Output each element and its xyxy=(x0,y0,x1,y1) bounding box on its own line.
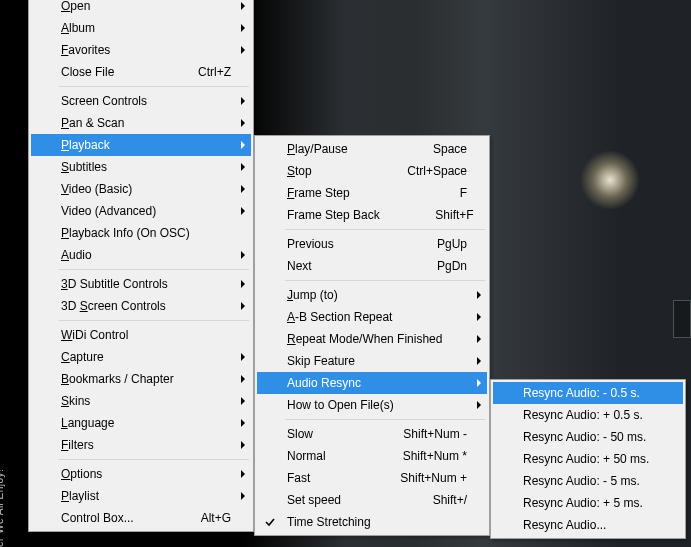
menu-item-skins[interactable]: Skins xyxy=(31,390,251,412)
video-light-glow xyxy=(580,150,640,210)
menu-item-stop[interactable]: Stop Ctrl+Space xyxy=(257,160,487,182)
submenu-arrow-icon xyxy=(241,2,245,10)
submenu-arrow-icon xyxy=(241,119,245,127)
menu-item-frame-step[interactable]: Frame Step F xyxy=(257,182,487,204)
submenu-arrow-icon xyxy=(477,313,481,321)
menu-item-slow[interactable]: Slow Shift+Num - xyxy=(257,423,487,445)
submenu-arrow-icon xyxy=(241,163,245,171)
menu-item-next[interactable]: Next PgDn xyxy=(257,255,487,277)
submenu-arrow-icon xyxy=(477,401,481,409)
menu-item-widi[interactable]: WiDi Control xyxy=(31,324,251,346)
menu-item-time-stretching[interactable]: Time Stretching xyxy=(257,511,487,533)
menu-item-jump-to[interactable]: Jump (to) xyxy=(257,284,487,306)
menu-item-language[interactable]: Language xyxy=(31,412,251,434)
submenu-arrow-icon xyxy=(241,280,245,288)
sidebar-caption: er We All Enjoy! xyxy=(0,469,5,547)
menu-item-playback-info[interactable]: Playback Info (On OSC) Tab xyxy=(31,222,251,244)
submenu-arrow-icon xyxy=(241,97,245,105)
menu-item-set-speed[interactable]: Set speed Shift+/ xyxy=(257,489,487,511)
submenu-arrow-icon xyxy=(241,419,245,427)
check-icon xyxy=(265,517,275,527)
menu-item-pan-scan[interactable]: Pan & Scan xyxy=(31,112,251,134)
submenu-arrow-icon xyxy=(241,185,245,193)
submenu-playback: Play/Pause Space Stop Ctrl+Space Frame S… xyxy=(254,135,490,536)
menu-item-open[interactable]: Open xyxy=(31,0,251,17)
menu-item-resync-minus-05s[interactable]: Resync Audio: - 0.5 s. xyxy=(493,382,683,404)
submenu-arrow-icon xyxy=(477,335,481,343)
menu-item-playlist[interactable]: Playlist xyxy=(31,485,251,507)
menu-separator xyxy=(59,459,249,460)
menu-item-audio[interactable]: Audio xyxy=(31,244,251,266)
menu-item-subtitles[interactable]: Subtitles xyxy=(31,156,251,178)
menu-separator xyxy=(285,419,485,420)
menu-item-control-box[interactable]: Control Box... Alt+G xyxy=(31,507,251,529)
submenu-arrow-icon xyxy=(241,375,245,383)
menu-item-screen-controls[interactable]: Screen Controls xyxy=(31,90,251,112)
menu-item-resync-minus-50ms[interactable]: Resync Audio: - 50 ms. xyxy=(493,426,683,448)
menu-item-frame-step-back[interactable]: Frame Step Back Shift+F xyxy=(257,204,487,226)
menu-item-fast[interactable]: Fast Shift+Num + xyxy=(257,467,487,489)
menu-item-repeat-mode[interactable]: Repeat Mode/When Finished xyxy=(257,328,487,350)
menu-separator xyxy=(285,280,485,281)
submenu-arrow-icon xyxy=(241,441,245,449)
menu-item-ab-repeat[interactable]: A-B Section Repeat xyxy=(257,306,487,328)
menu-separator xyxy=(59,269,249,270)
submenu-audio-resync: Resync Audio: - 0.5 s. Resync Audio: + 0… xyxy=(490,379,686,539)
menu-item-how-open[interactable]: How to Open File(s) xyxy=(257,394,487,416)
menu-item-normal[interactable]: Normal Shift+Num * xyxy=(257,445,487,467)
submenu-arrow-icon xyxy=(477,291,481,299)
submenu-arrow-icon xyxy=(241,470,245,478)
menu-item-audio-resync[interactable]: Audio Resync xyxy=(257,372,487,394)
submenu-arrow-icon xyxy=(477,357,481,365)
menu-item-resync-plus-5ms[interactable]: Resync Audio: + 5 ms. xyxy=(493,492,683,514)
menu-separator xyxy=(59,320,249,321)
submenu-arrow-icon xyxy=(241,24,245,32)
submenu-arrow-icon xyxy=(241,251,245,259)
menu-item-album[interactable]: Album xyxy=(31,17,251,39)
submenu-arrow-icon xyxy=(241,397,245,405)
submenu-arrow-icon xyxy=(241,492,245,500)
menu-item-close-file[interactable]: Close File Ctrl+Z xyxy=(31,61,251,83)
menu-item-3d-screen[interactable]: 3D Screen Controls xyxy=(31,295,251,317)
thumbnail-edge xyxy=(673,300,691,338)
menu-item-skip-feature[interactable]: Skip Feature xyxy=(257,350,487,372)
menu-item-resync-plus-50ms[interactable]: Resync Audio: + 50 ms. xyxy=(493,448,683,470)
submenu-arrow-icon xyxy=(241,353,245,361)
menu-item-video-basic[interactable]: Video (Basic) xyxy=(31,178,251,200)
menu-item-video-advanced[interactable]: Video (Advanced) xyxy=(31,200,251,222)
submenu-arrow-icon xyxy=(241,207,245,215)
menu-item-capture[interactable]: Capture xyxy=(31,346,251,368)
menu-item-resync-minus-5ms[interactable]: Resync Audio: - 5 ms. xyxy=(493,470,683,492)
submenu-arrow-icon xyxy=(477,379,481,387)
menu-item-bookmarks[interactable]: Bookmarks / Chapter xyxy=(31,368,251,390)
menu-separator xyxy=(285,229,485,230)
menu-item-options[interactable]: Options xyxy=(31,463,251,485)
menu-item-resync-plus-05s[interactable]: Resync Audio: + 0.5 s. xyxy=(493,404,683,426)
context-menu-main: Open Album Favorites Close File Ctrl+Z S… xyxy=(28,0,254,532)
menu-item-play-pause[interactable]: Play/Pause Space xyxy=(257,138,487,160)
menu-item-3d-subtitle[interactable]: 3D Subtitle Controls xyxy=(31,273,251,295)
menu-item-favorites[interactable]: Favorites xyxy=(31,39,251,61)
submenu-arrow-icon xyxy=(241,141,245,149)
menu-item-resync-custom[interactable]: Resync Audio... xyxy=(493,514,683,536)
submenu-arrow-icon xyxy=(241,302,245,310)
menu-item-previous[interactable]: Previous PgUp xyxy=(257,233,487,255)
menu-item-playback[interactable]: Playback xyxy=(31,134,251,156)
menu-separator xyxy=(59,86,249,87)
menu-item-filters[interactable]: Filters xyxy=(31,434,251,456)
submenu-arrow-icon xyxy=(241,46,245,54)
